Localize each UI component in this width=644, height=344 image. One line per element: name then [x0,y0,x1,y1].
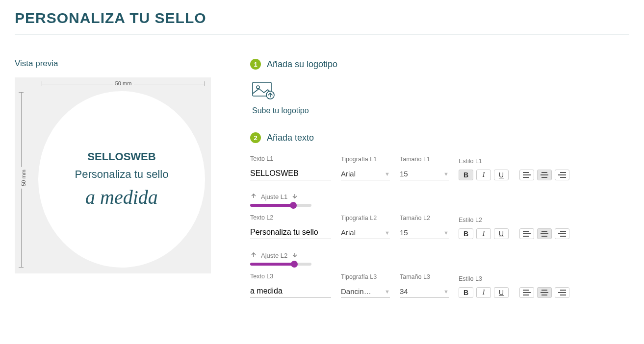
svg-rect-9 [560,172,566,173]
align-left-button-l2[interactable] [519,228,534,239]
step-1-label: Añada su logotipo [267,59,337,70]
chevron-down-icon: ▼ [385,230,390,236]
text-label-l2: Texto L2 [250,214,331,221]
adjust-slider-l2[interactable] [250,263,311,266]
underline-button-l2[interactable]: U [494,228,509,239]
step-2-number: 2 [250,132,261,143]
font-label-l3: Tipografía L3 [341,273,390,280]
svg-rect-12 [523,231,529,232]
size-select-l2[interactable]: 15▼ [400,226,449,239]
stamp-preview: SELLOSWEB Personaliza tu sello a medida [38,91,205,268]
svg-rect-3 [523,172,529,173]
svg-rect-5 [523,177,529,178]
bold-button-l3[interactable]: B [459,287,473,298]
font-select-l3[interactable]: Dancin…▼ [341,285,390,298]
step-1-number: 1 [250,59,261,70]
font-label-l2: Tipografía L2 [341,215,390,221]
svg-rect-6 [541,172,547,173]
svg-rect-21 [523,290,529,291]
align-right-button-l2[interactable] [555,228,569,239]
style-label-l2: Estilo L2 [459,217,629,223]
svg-rect-18 [560,231,566,232]
preview-label: Vista previa [15,59,211,69]
svg-rect-23 [523,295,529,295]
font-select-l1[interactable]: Arial▼ [341,168,390,180]
align-left-button-l1[interactable] [519,170,534,180]
adjust-up-l2[interactable] [250,251,257,260]
size-select-l1[interactable]: 15▼ [400,168,449,180]
align-center-button-l2[interactable] [537,228,552,239]
svg-rect-15 [541,231,547,232]
align-right-button-l1[interactable] [555,170,569,180]
align-right-button-l3[interactable] [555,287,569,298]
svg-rect-13 [523,233,531,234]
text-input-l1[interactable] [250,167,331,180]
text-label-l1: Texto L1 [250,155,331,162]
italic-button-l1[interactable]: I [476,170,491,180]
size-label-l1: Tamaño L1 [400,156,449,163]
svg-rect-27 [560,290,566,291]
align-left-button-l3[interactable] [519,287,534,298]
align-center-button-l1[interactable] [537,170,552,180]
svg-rect-7 [541,174,548,175]
step-2-header: 2 Añada texto [250,132,629,143]
width-dimension: 50 mm [42,81,205,86]
adjust-label-l1: Ajuste L1 [261,193,287,200]
style-label-l3: Estilo L3 [459,275,629,282]
adjust-label-l2: Ajuste L2 [261,252,287,259]
svg-rect-28 [558,292,566,293]
adjust-down-l1[interactable] [291,193,298,201]
style-label-l1: Estilo L1 [459,158,629,165]
chevron-down-icon: ▼ [385,171,390,177]
size-label-l2: Tamaño L2 [400,215,449,221]
align-center-button-l3[interactable] [537,287,552,298]
italic-button-l2[interactable]: I [476,228,491,239]
bold-button-l2[interactable]: B [459,228,473,239]
font-select-l2[interactable]: Arial▼ [341,226,390,239]
chevron-down-icon: ▼ [443,230,449,236]
step-1-header: 1 Añada su logotipo [250,59,629,70]
size-label-l3: Tamaño L3 [400,273,449,280]
adjust-down-l2[interactable] [291,251,298,260]
upload-logo-button[interactable]: Sube tu logotipo [252,82,629,115]
svg-rect-25 [541,292,548,293]
bold-button-l1[interactable]: B [459,170,473,180]
page-title: PERSONALIZA TU SELLO [15,10,629,34]
svg-rect-14 [523,236,529,237]
chevron-down-icon: ▼ [385,289,390,295]
svg-rect-20 [560,236,566,237]
upload-image-icon [252,82,629,101]
svg-rect-11 [560,177,566,178]
preview-box: 50 mm 50 mm SELLOSWEB Personaliza tu sel… [15,77,211,273]
preview-line-2: Personaliza tu sello [75,168,169,181]
font-label-l1: Tipografía L1 [341,156,390,163]
svg-rect-29 [560,295,566,295]
text-label-l3: Texto L3 [250,273,331,280]
adjust-slider-l1[interactable] [250,204,311,207]
preview-line-1: SELLOSWEB [87,150,155,163]
svg-rect-24 [541,290,547,291]
svg-rect-10 [558,174,566,175]
step-2-label: Añada texto [267,133,314,143]
text-input-l2[interactable] [250,226,331,239]
preview-line-3: a medida [85,186,158,209]
chevron-down-icon: ▼ [443,289,449,295]
adjust-up-l1[interactable] [250,193,257,201]
upload-logo-label: Sube tu logotipo [252,106,629,115]
chevron-down-icon: ▼ [443,171,449,177]
svg-rect-16 [541,233,548,234]
underline-button-l3[interactable]: U [494,287,509,298]
svg-rect-17 [541,236,547,237]
height-dimension: 50 mm [19,92,24,268]
svg-rect-26 [541,295,547,295]
svg-rect-4 [523,174,531,175]
svg-rect-8 [541,177,547,178]
svg-rect-19 [558,233,566,234]
text-input-l3[interactable] [250,285,331,298]
underline-button-l1[interactable]: U [494,170,509,180]
italic-button-l3[interactable]: I [476,287,491,298]
svg-rect-22 [523,292,531,293]
size-select-l3[interactable]: 34▼ [400,285,449,298]
